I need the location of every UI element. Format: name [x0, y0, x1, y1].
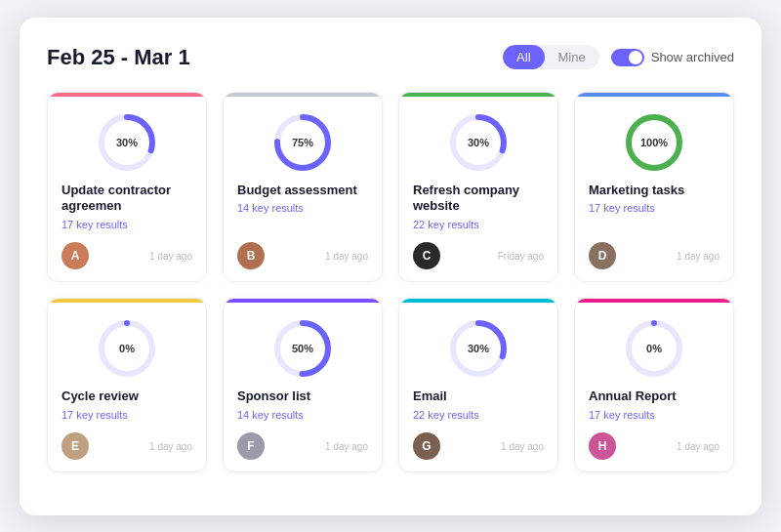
filter-mine-button[interactable]: Mine	[545, 45, 599, 69]
card-footer: G 1 day ago	[413, 432, 544, 460]
progress-label: 50%	[292, 343, 313, 354]
card-key-results: 17 key results	[589, 409, 655, 421]
avatar: F	[237, 432, 265, 460]
card-key-results: 22 key results	[413, 409, 479, 421]
card-title: Marketing tasks	[589, 183, 684, 199]
progress-label: 30%	[468, 343, 489, 354]
show-archived-label: Show archived	[651, 50, 734, 64]
card-key-results: 14 key results	[237, 202, 304, 214]
donut-chart: 0%	[624, 318, 684, 379]
time-ago: Friday ago	[498, 251, 544, 262]
avatar: G	[413, 432, 440, 460]
card-key-results: 17 key results	[62, 409, 128, 421]
card-refresh-website[interactable]: 30% Refresh company website 22 key resul…	[398, 92, 558, 283]
progress-label: 75%	[292, 137, 313, 148]
show-archived-toggle[interactable]	[611, 49, 644, 66]
page-title: Feb 25 - Mar 1	[47, 45, 190, 70]
card-footer: F 1 day ago	[237, 432, 368, 460]
donut-wrap: 75%	[237, 112, 368, 173]
progress-label: 30%	[116, 137, 138, 148]
avatar: C	[413, 242, 440, 269]
header: Feb 25 - Mar 1 All Mine Show archived	[47, 45, 734, 70]
avatar: A	[62, 242, 89, 269]
time-ago: 1 day ago	[677, 251, 719, 262]
filter-buttons: All Mine	[503, 45, 599, 69]
donut-chart: 30%	[448, 112, 509, 173]
avatar: H	[589, 432, 616, 460]
donut-wrap: 0%	[589, 318, 719, 379]
progress-label: 100%	[640, 137, 668, 148]
progress-label: 0%	[646, 343, 662, 354]
card-update-contractor[interactable]: 30% Update contractor agreemen 17 key re…	[47, 92, 207, 283]
card-footer: A 1 day ago	[62, 242, 192, 269]
card-marketing-tasks[interactable]: 100% Marketing tasks 17 key results D 1 …	[574, 92, 734, 283]
card-title: Update contractor agreemen	[62, 183, 192, 216]
donut-wrap: 30%	[413, 318, 544, 379]
donut-wrap: 30%	[413, 112, 544, 173]
card-title: Cycle review	[62, 389, 139, 405]
card-title: Annual Report	[589, 389, 677, 405]
card-key-results: 14 key results	[237, 409, 304, 421]
card-sponsor-list[interactable]: 50% Sponsor list 14 key results F 1 day …	[223, 298, 383, 472]
donut-chart: 75%	[272, 112, 333, 173]
header-controls: All Mine Show archived	[503, 45, 734, 69]
donut-wrap: 100%	[589, 112, 719, 173]
progress-label: 0%	[119, 343, 135, 354]
donut-chart: 30%	[448, 318, 509, 379]
card-cycle-review[interactable]: 0% Cycle review 17 key results E 1 day a…	[47, 298, 207, 472]
donut-wrap: 50%	[237, 318, 368, 379]
card-title: Sponsor list	[237, 389, 310, 405]
card-footer: D 1 day ago	[589, 242, 719, 269]
time-ago: 1 day ago	[501, 441, 544, 452]
cards-grid: 30% Update contractor agreemen 17 key re…	[47, 92, 734, 473]
card-title: Budget assessment	[237, 183, 357, 199]
card-key-results: 17 key results	[62, 219, 128, 230]
card-footer: E 1 day ago	[62, 432, 192, 460]
filter-all-button[interactable]: All	[503, 45, 544, 69]
avatar: B	[237, 242, 265, 269]
card-footer: B 1 day ago	[237, 242, 368, 269]
time-ago: 1 day ago	[677, 441, 719, 452]
donut-wrap: 30%	[62, 112, 192, 173]
donut-chart: 100%	[624, 112, 684, 173]
card-title: Refresh company website	[413, 183, 544, 216]
donut-chart: 0%	[97, 318, 157, 379]
avatar: D	[589, 242, 616, 269]
card-key-results: 17 key results	[589, 202, 655, 214]
card-title: Email	[413, 389, 447, 405]
donut-wrap: 0%	[62, 318, 192, 379]
time-ago: 1 day ago	[149, 251, 192, 262]
progress-label: 30%	[468, 137, 489, 148]
donut-chart: 50%	[272, 318, 333, 379]
card-footer: C Friday ago	[413, 242, 544, 269]
main-window: Feb 25 - Mar 1 All Mine Show archived 30…	[20, 18, 761, 515]
time-ago: 1 day ago	[325, 441, 368, 452]
time-ago: 1 day ago	[149, 441, 192, 452]
card-email[interactable]: 30% Email 22 key results G 1 day ago	[398, 298, 558, 472]
show-archived-toggle-wrap: Show archived	[611, 49, 734, 66]
card-footer: H 1 day ago	[589, 432, 719, 460]
time-ago: 1 day ago	[325, 251, 368, 262]
card-key-results: 22 key results	[413, 219, 479, 230]
donut-chart: 30%	[97, 112, 157, 173]
avatar: E	[62, 432, 89, 460]
card-budget-assessment[interactable]: 75% Budget assessment 14 key results B 1…	[223, 92, 383, 283]
card-annual-report[interactable]: 0% Annual Report 17 key results H 1 day …	[574, 298, 734, 472]
